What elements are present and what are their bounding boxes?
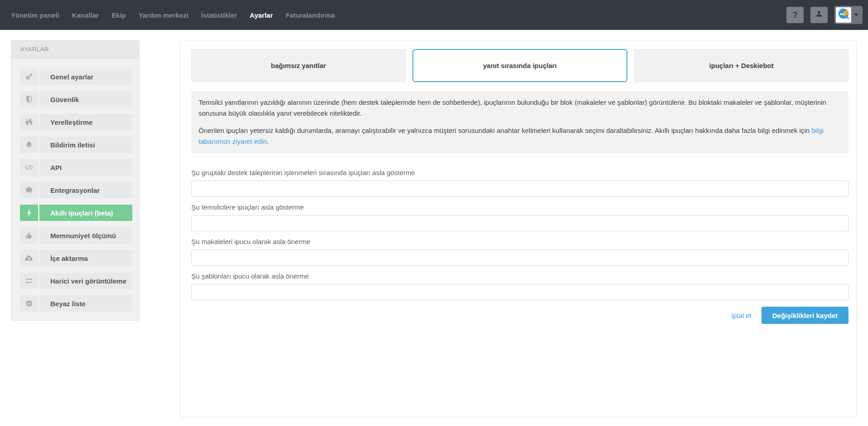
cloud-upload-icon [20, 250, 38, 266]
tab-tips-while-answering[interactable]: yanıt sırasında ipuçları [412, 49, 628, 82]
puzzle-icon [20, 182, 38, 198]
sidebar-item-security[interactable]: Güvenlik [20, 91, 132, 108]
sidebar-item-general-settings[interactable]: Genel ayarlar [20, 69, 132, 85]
sidebar-item-satisfaction[interactable]: Memnuniyet ölçümü [20, 227, 132, 244]
globe-icon [20, 114, 38, 130]
code-icon [20, 159, 38, 176]
info-paragraph-1: Temsilci yanıtlarının yazıldığı alanının… [199, 97, 841, 119]
lightning-icon [20, 205, 38, 221]
nav-item-help-center[interactable]: Yardım merkezi [139, 11, 189, 19]
sidebar-item-label: API [39, 159, 132, 176]
badge-check-icon [20, 295, 38, 312]
info-paragraph-2: Önerilen ipuçları yetersiz kaldığı durum… [199, 125, 841, 147]
settings-sidebar: AYARLAR Genel ayarlar Güvenlik [11, 40, 140, 321]
sidebar-item-localization[interactable]: Yerelleştirme [20, 114, 132, 130]
field-label: Şu gruptaki destek taleplerinin işlenmel… [191, 169, 849, 176]
bell-icon [20, 137, 38, 153]
top-navbar: Yönetim paneli Kanallar Ekip Yardım merk… [0, 0, 868, 30]
main-content-panel: bağımsız yanıtlar yanıt sırasında ipuçla… [180, 40, 857, 417]
sidebar-item-external-data[interactable]: Harici veri görüntüleme [20, 273, 132, 289]
help-button[interactable]: ? [786, 7, 804, 23]
sidebar-item-smart-tips[interactable]: Akıllı ipuçları (beta) [20, 205, 132, 221]
nav-item-billing[interactable]: Faturalandırma [286, 11, 335, 19]
field-label: Şu temsilcilere ipuçları asla gösterme [191, 203, 849, 211]
transfer-arrows-icon [20, 273, 38, 289]
sidebar-item-label: Akıllı ipuçları (beta) [39, 205, 132, 221]
account-menu-button[interactable] [834, 6, 863, 24]
info-paragraph-2-text: Önerilen ipuçları yetersiz kaldığı durum… [199, 127, 811, 134]
shield-icon [20, 91, 38, 108]
sidebar-item-whitelist[interactable]: Beyaz liste [20, 295, 132, 312]
chevron-down-icon [851, 14, 861, 16]
nav-right-group: ? [786, 6, 863, 24]
nav-item-admin-panel[interactable]: Yönetim paneli [11, 11, 59, 19]
sidebar-item-label: Memnuniyet ölçümü [39, 227, 132, 244]
thumbs-up-icon [20, 227, 38, 244]
field-group-articles: Şu makaleleri ipucu olarak asla önerme [191, 238, 849, 266]
sidebar-item-label: Güvenlik [39, 91, 132, 108]
sidebar-item-label: Yerelleştirme [39, 114, 132, 130]
tab-tips-plus-deskiebot[interactable]: ipuçları + Deskiebot [634, 49, 849, 82]
save-changes-button[interactable]: Değişiklikleri kaydet [761, 307, 849, 324]
field-group-groups: Şu gruptaki destek taleplerinin işlenmel… [191, 169, 849, 197]
sidebar-item-label: İçe aktarma [39, 250, 132, 266]
sidebar-item-api[interactable]: API [20, 159, 132, 176]
cancel-button[interactable]: iptal et [732, 312, 752, 319]
info-paragraph-2-period: . [267, 137, 269, 145]
gears-icon [20, 69, 38, 85]
sidebar-item-label: Entegrasyonlar [39, 182, 132, 198]
nav-item-statistics[interactable]: İstatistikler [201, 11, 237, 19]
mode-tabs: bağımsız yanıtlar yanıt sırasında ipuçla… [191, 49, 849, 82]
nav-item-settings[interactable]: Ayarlar [250, 11, 273, 19]
field-label: Şu makaleleri ipucu olarak asla önerme [191, 238, 849, 245]
info-box: Temsilci yanıtlarının yazıldığı alanının… [191, 91, 849, 153]
sidebar-item-import[interactable]: İçe aktarma [20, 250, 132, 266]
sidebar-item-label: Harici veri görüntüleme [39, 273, 132, 289]
sidebar-item-notification-message[interactable]: Bildirim iletisi [20, 137, 132, 153]
field-label: Şu şablonları ipucu olarak asla önerme [191, 272, 849, 280]
nav-item-team[interactable]: Ekip [112, 11, 126, 19]
sidebar-item-label: Bildirim iletisi [39, 137, 132, 153]
field-group-agents: Şu temsilcilere ipuçları asla gösterme [191, 203, 849, 231]
sidebar-item-label: Genel ayarlar [39, 69, 132, 85]
tab-independent-answers[interactable]: bağımsız yanıtlar [191, 49, 406, 82]
templates-exclude-input[interactable] [191, 284, 849, 300]
exclusions-form: Şu gruptaki destek taleplerinin işlenmel… [191, 169, 849, 324]
person-icon [815, 10, 823, 20]
avatar [836, 7, 851, 23]
deskie-logo-icon [837, 7, 850, 23]
nav-item-channels[interactable]: Kanallar [72, 11, 99, 19]
sidebar-item-integrations[interactable]: Entegrasyonlar [20, 182, 132, 198]
field-group-templates: Şu şablonları ipucu olarak asla önerme [191, 272, 849, 300]
form-footer: iptal et Değişiklikleri kaydet [191, 307, 849, 324]
question-mark-icon: ? [793, 10, 798, 20]
agents-exclude-input[interactable] [191, 215, 849, 231]
sidebar-list: Genel ayarlar Güvenlik Yerelleştirme [11, 59, 139, 312]
sidebar-item-label: Beyaz liste [39, 295, 132, 312]
user-button[interactable] [810, 7, 828, 23]
sidebar-title: AYARLAR [11, 40, 139, 59]
groups-exclude-input[interactable] [191, 181, 849, 197]
articles-exclude-input[interactable] [191, 250, 849, 266]
